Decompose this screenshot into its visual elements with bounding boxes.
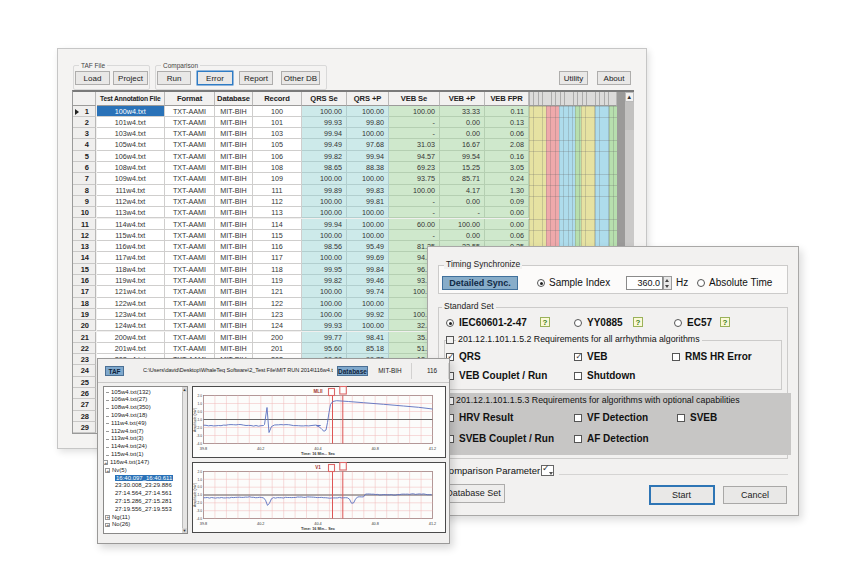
svg-text:Time: 16 Min... Sec: Time: 16 Min... Sec: [301, 452, 335, 456]
svg-text:41.2: 41.2: [429, 522, 436, 526]
svg-text:-2.0: -2.0: [197, 501, 203, 505]
svg-text:-4.0: -4.0: [197, 442, 203, 446]
svg-text:-3.0: -3.0: [197, 509, 203, 513]
svg-text:40.2: 40.2: [257, 522, 264, 526]
svg-text:40.8: 40.8: [372, 522, 379, 526]
svg-text:40.4: 40.4: [314, 522, 321, 526]
svg-text:40.8: 40.8: [372, 447, 379, 451]
svg-text:-1.0: -1.0: [197, 493, 203, 497]
svg-text:39.8: 39.8: [200, 522, 207, 526]
svg-text:2.0: 2.0: [198, 470, 203, 474]
svg-text:-1.0: -1.0: [197, 418, 203, 422]
svg-text:MLII: MLII: [314, 389, 323, 394]
svg-text:39.8: 39.8: [200, 447, 207, 451]
svg-text:2.0: 2.0: [198, 394, 203, 398]
svg-text:V1: V1: [315, 465, 321, 470]
svg-text:1.0: 1.0: [198, 478, 203, 482]
svg-text:41.2: 41.2: [429, 447, 436, 451]
svg-text:40.4: 40.4: [314, 447, 321, 451]
svg-text:0.0: 0.0: [198, 410, 203, 414]
svg-text:Time: 16 Min... Sec: Time: 16 Min... Sec: [301, 527, 335, 531]
svg-text:1.0: 1.0: [198, 402, 203, 406]
svg-text:-2.0: -2.0: [197, 426, 203, 430]
svg-text:-4.0: -4.0: [197, 517, 203, 521]
svg-text:40.2: 40.2: [257, 447, 264, 451]
svg-text:-3.0: -3.0: [197, 434, 203, 438]
svg-text:0.0: 0.0: [198, 485, 203, 489]
